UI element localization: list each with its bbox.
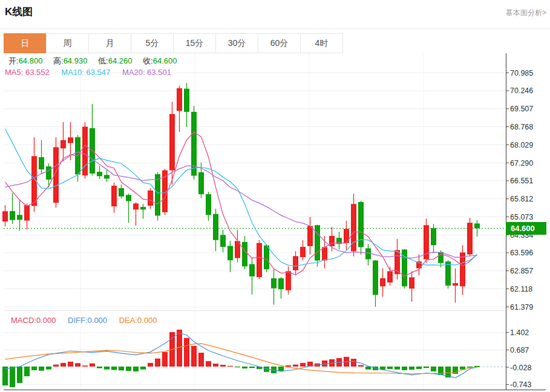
candle-body bbox=[445, 261, 451, 286]
macd-bar bbox=[111, 367, 117, 370]
close-value: 64.600 bbox=[153, 56, 177, 65]
macd-bar bbox=[90, 364, 95, 367]
candle-body bbox=[431, 228, 436, 245]
macd-bar bbox=[351, 359, 356, 367]
y-axis-label: 62.118 bbox=[510, 285, 532, 293]
macd-bar bbox=[300, 363, 306, 367]
candle-body bbox=[24, 205, 30, 220]
candle-body bbox=[148, 191, 153, 206]
dea-value: DEA:0.000 bbox=[119, 316, 157, 325]
y-axis-label: 68.768 bbox=[510, 123, 533, 131]
macd-bar bbox=[220, 365, 226, 367]
macd-bar bbox=[61, 363, 66, 367]
macd-bar bbox=[82, 365, 88, 367]
candle-body bbox=[140, 207, 146, 209]
candle-body bbox=[213, 214, 218, 240]
macd-bar bbox=[2, 367, 8, 385]
candles-layer bbox=[2, 83, 480, 307]
macd-bar bbox=[75, 363, 80, 367]
low-value: 64.260 bbox=[108, 56, 133, 65]
macd-bar bbox=[467, 367, 473, 368]
macd-value: MACD:0.000 bbox=[11, 316, 56, 325]
macd-bar bbox=[402, 367, 407, 370]
candle-body bbox=[104, 175, 110, 178]
macd-bar bbox=[155, 359, 160, 367]
macd-bar bbox=[31, 367, 37, 370]
open-value: 64.800 bbox=[19, 56, 43, 65]
candle-body bbox=[10, 211, 15, 220]
current-price-badge: 64.600 bbox=[506, 222, 546, 235]
ma20-value: MA20: 63.501 bbox=[122, 68, 171, 77]
macd-bar bbox=[46, 367, 51, 370]
candle-body bbox=[460, 252, 465, 286]
macd-bar bbox=[148, 363, 153, 367]
macd-bar bbox=[249, 367, 255, 368]
y-axis-label: 65.073 bbox=[510, 213, 533, 221]
y-axis-label: -0.028 bbox=[510, 364, 531, 372]
candle-body bbox=[68, 137, 73, 143]
close-label: 收: bbox=[143, 56, 153, 65]
candle-body bbox=[133, 203, 139, 209]
candle-body bbox=[409, 277, 414, 289]
y-axis-label: 63.596 bbox=[510, 249, 533, 257]
ohlc-info-row: 开:64.800 高:64.930 低:64.260 收:64.600 bbox=[8, 56, 185, 67]
macd-bar bbox=[431, 367, 436, 371]
macd-bar bbox=[394, 367, 400, 370]
macd-bar bbox=[213, 364, 218, 367]
macd-bar bbox=[460, 367, 465, 370]
candle-body bbox=[286, 271, 291, 290]
macd-histogram bbox=[2, 330, 480, 387]
macd-bar bbox=[278, 367, 284, 371]
y-axis-label: 66.551 bbox=[510, 177, 533, 185]
macd-bar bbox=[24, 367, 30, 376]
y-axis-label: 61.379 bbox=[510, 303, 533, 312]
candle-body bbox=[264, 246, 269, 269]
candle-body bbox=[387, 271, 393, 283]
macd-bar bbox=[177, 330, 182, 367]
current-price-value: 64.600 bbox=[511, 224, 535, 233]
y-axis-label: 65.812 bbox=[510, 195, 533, 203]
macd-bar bbox=[133, 367, 139, 371]
macd-bar bbox=[424, 367, 429, 368]
ma5-value: MA5: 63.552 bbox=[5, 68, 50, 77]
candle-body bbox=[373, 261, 378, 295]
y-axis-label: 69.507 bbox=[510, 105, 533, 113]
macd-bar bbox=[358, 365, 364, 367]
macd-bar bbox=[242, 367, 247, 368]
grid-layer bbox=[4, 53, 506, 390]
y-axis-label: 68.029 bbox=[510, 141, 533, 149]
candle-body bbox=[198, 172, 204, 194]
macd-bar bbox=[293, 365, 298, 367]
macd-bar bbox=[126, 367, 131, 371]
candle-body bbox=[467, 223, 473, 254]
macd-bar bbox=[322, 361, 327, 367]
candle-body bbox=[39, 157, 44, 169]
candle-body bbox=[380, 278, 385, 286]
macd-bar bbox=[119, 367, 124, 370]
macd-bar bbox=[228, 366, 233, 367]
candle-body bbox=[300, 247, 306, 257]
candle-body bbox=[220, 235, 226, 247]
candle-body bbox=[119, 188, 124, 197]
candle-body bbox=[155, 174, 160, 215]
diff-line bbox=[5, 333, 477, 378]
macd-bar bbox=[17, 367, 22, 383]
diff-value: DIFF:0.000 bbox=[68, 316, 107, 325]
candle-body bbox=[97, 172, 102, 176]
macd-bar bbox=[191, 346, 197, 367]
macd-bar bbox=[184, 338, 189, 367]
macd-bar bbox=[53, 365, 59, 367]
macd-bar bbox=[39, 367, 44, 371]
candle-body bbox=[453, 283, 458, 286]
candle-body bbox=[111, 186, 117, 206]
high-value: 64.930 bbox=[64, 56, 88, 65]
candle-body bbox=[2, 211, 8, 221]
macd-bar bbox=[162, 352, 168, 367]
macd-bar bbox=[365, 367, 371, 370]
candle-body bbox=[242, 242, 247, 266]
macd-bar bbox=[198, 353, 204, 367]
candle-body bbox=[315, 225, 320, 260]
candle-body bbox=[61, 140, 66, 149]
low-label: 低: bbox=[98, 56, 108, 65]
candle-body bbox=[322, 247, 327, 260]
